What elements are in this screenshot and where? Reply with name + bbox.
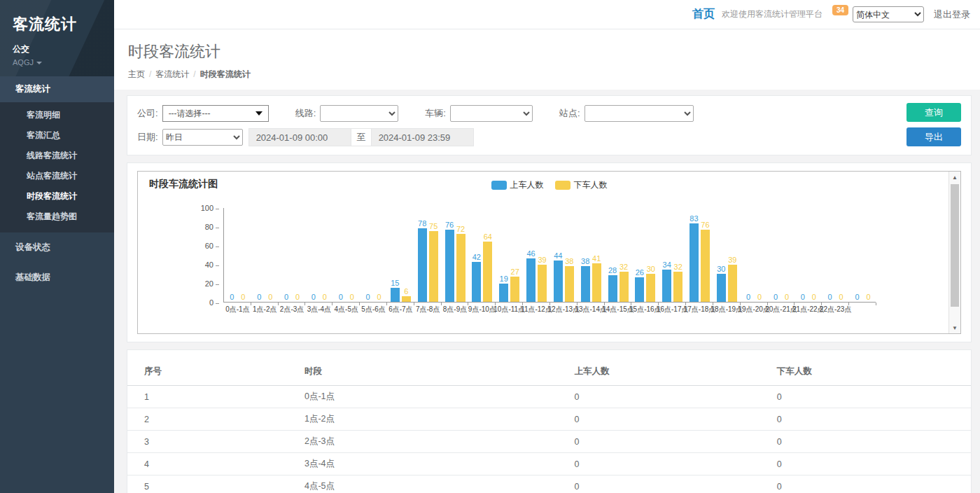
sidebar-subitem[interactable]: 客流明细 xyxy=(0,105,114,125)
query-button[interactable]: 查询 xyxy=(906,103,961,122)
sidebar-subitem[interactable]: 客流量趋势图 xyxy=(0,207,114,227)
sidebar-item[interactable]: 设备状态 xyxy=(0,232,114,263)
bar-value-label: 0 xyxy=(350,293,354,301)
bar-value-label: 0 xyxy=(866,293,870,301)
bar xyxy=(499,284,508,302)
bar-value-label: 76 xyxy=(701,221,709,229)
table-column-header: 序号 xyxy=(127,360,288,386)
chart-category: 443812点-13点 xyxy=(550,208,578,302)
bar-value-label: 28 xyxy=(608,266,617,275)
bar xyxy=(608,275,617,302)
bar-value-label: 0 xyxy=(839,293,844,301)
bar-value-label: 0 xyxy=(828,293,832,301)
sidebar-item[interactable]: 客流统计 xyxy=(0,76,114,102)
app-logo: 客流统计 xyxy=(13,14,102,35)
bar xyxy=(635,277,644,302)
table-row: 21点-2点00 xyxy=(127,408,971,431)
scrollbar-thumb[interactable] xyxy=(951,184,959,307)
vehicle-label: 车辆: xyxy=(425,107,446,120)
bar-value-label: 30 xyxy=(647,265,655,273)
org-code-dropdown[interactable]: AQGJ xyxy=(13,58,102,67)
breadcrumb-home[interactable]: 主页 xyxy=(128,69,145,79)
company-select[interactable]: ---请选择--- xyxy=(162,105,269,122)
chart-category: 76728点-9点 xyxy=(442,208,469,302)
bar-value-label: 0 xyxy=(268,293,272,301)
bar xyxy=(391,288,400,302)
table-cell: 0点-1点 xyxy=(288,386,558,408)
bar xyxy=(510,277,519,302)
bar xyxy=(472,262,481,302)
legend-item[interactable]: 下车人数 xyxy=(555,179,608,191)
chart-category: 384113点-14点 xyxy=(578,208,605,302)
bar-value-label: 32 xyxy=(620,263,628,271)
bar-value-label: 0 xyxy=(757,293,762,301)
bar-value-label: 0 xyxy=(323,293,327,301)
chart-category: 001点-2点 xyxy=(251,208,279,302)
date-start-input[interactable] xyxy=(248,128,351,146)
chart-category: 343216点-17点 xyxy=(659,208,686,302)
chart-panel: 时段车流统计图 上车人数下车人数 020406080100 000点-1点001… xyxy=(137,171,961,334)
sidebar-subitem[interactable]: 客流汇总 xyxy=(0,125,114,146)
bar xyxy=(445,230,454,302)
table-cell: 5 xyxy=(127,475,288,493)
bar-value-label: 38 xyxy=(581,257,589,265)
y-axis-labels: 020406080100 xyxy=(192,208,220,303)
breadcrumb-section[interactable]: 客流统计 xyxy=(155,69,189,79)
bar-value-label: 15 xyxy=(391,279,399,287)
language-select[interactable]: 简体中文 xyxy=(853,6,924,22)
table-cell: 0 xyxy=(558,408,760,431)
legend-swatch-icon xyxy=(491,181,507,190)
company-label: 公司: xyxy=(137,107,158,120)
bar-value-label: 0 xyxy=(284,293,288,301)
bar xyxy=(565,266,574,302)
chart-scrollbar[interactable]: ▲ ▼ xyxy=(948,172,960,333)
sidebar-subitem[interactable]: 站点客流统计 xyxy=(0,166,114,186)
sidebar: 客流统计 公交 AQGJ 客流统计客流明细客流汇总线路客流统计站点客流统计时段客… xyxy=(0,0,114,493)
line-label: 线路: xyxy=(295,107,316,120)
table-cell: 0 xyxy=(760,386,971,408)
bar xyxy=(620,272,629,302)
sidebar-item[interactable]: 基础数据 xyxy=(0,263,114,293)
chart-category: 837617点-18点 xyxy=(686,208,713,302)
logout-link[interactable]: 退出登录 xyxy=(934,8,970,21)
bar xyxy=(538,265,547,302)
line-select[interactable] xyxy=(320,105,398,122)
sidebar-subitem[interactable]: 时段客流统计 xyxy=(0,186,114,207)
date-to-label: 至 xyxy=(351,128,371,146)
breadcrumb: 主页/客流统计/时段客流统计 xyxy=(128,69,980,81)
date-end-input[interactable] xyxy=(371,128,474,146)
x-axis-label: 5点-6点 xyxy=(361,305,385,314)
x-axis-label: 2点-3点 xyxy=(280,305,304,314)
date-preset-select[interactable]: 昨日 xyxy=(162,129,243,146)
legend-item[interactable]: 上车人数 xyxy=(491,179,544,191)
stats-table-card: 序号时段上车人数下车人数 10点-1点0021点-2点0032点-3点0043点… xyxy=(127,349,972,493)
chart-category: 463911点-12点 xyxy=(523,208,550,302)
home-link[interactable]: 首页 xyxy=(692,7,715,22)
bar-value-label: 6 xyxy=(404,287,408,296)
table-cell: 0 xyxy=(558,386,760,408)
table-cell: 0 xyxy=(558,453,760,475)
bar xyxy=(526,258,536,302)
scroll-up-icon[interactable]: ▲ xyxy=(949,172,960,183)
date-label: 日期: xyxy=(137,131,158,144)
vehicle-select[interactable] xyxy=(450,105,533,122)
chart-category: 0021点-22点 xyxy=(794,208,822,302)
bar-value-label: 76 xyxy=(445,221,454,229)
station-select[interactable] xyxy=(584,105,694,122)
sidebar-subitem[interactable]: 线路客流统计 xyxy=(0,146,114,166)
chart-category: 1566点-7点 xyxy=(387,208,414,302)
bar-value-label: 0 xyxy=(812,293,816,301)
table-cell: 2点-3点 xyxy=(288,431,558,453)
notification-badge[interactable]: 34 xyxy=(832,5,848,15)
scroll-down-icon[interactable]: ▼ xyxy=(949,322,960,333)
bar xyxy=(581,266,590,302)
x-axis-label: 7点-8点 xyxy=(416,305,440,314)
welcome-text: 欢迎使用客流统计管理平台 xyxy=(722,8,822,20)
chart-category: 303918点-19点 xyxy=(713,208,741,302)
bar-value-label: 27 xyxy=(511,268,519,276)
page-heading: 时段客流统计 主页/客流统计/时段客流统计 xyxy=(114,29,980,90)
bar-value-label: 0 xyxy=(257,293,261,301)
chart-category: 283214点-15点 xyxy=(605,208,632,302)
bar-value-label: 64 xyxy=(484,232,492,241)
export-button[interactable]: 导出 xyxy=(906,127,961,146)
